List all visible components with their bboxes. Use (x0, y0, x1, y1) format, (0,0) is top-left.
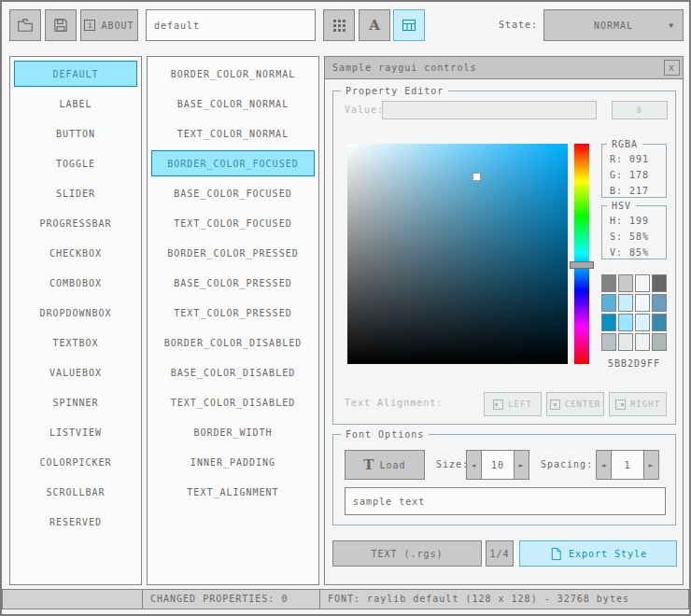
align-right-icon (615, 399, 626, 410)
control-list-item[interactable]: RESERVED (14, 509, 137, 535)
chevron-down-icon: ▼ (669, 21, 674, 30)
property-list-item[interactable]: BORDER_COLOR_PRESSED (151, 240, 315, 266)
state-dropdown[interactable]: NORMAL ▼ (543, 9, 684, 41)
size-decrease-button[interactable]: ◄ (466, 450, 482, 480)
font-load-button[interactable]: T Load (345, 450, 425, 480)
property-list-item[interactable]: BASE_COLOR_PRESSED (151, 270, 315, 296)
align-left-button[interactable]: LEFT (484, 392, 542, 416)
property-list-item[interactable]: TEXT_ALIGNMENT (151, 479, 315, 505)
property-list-item[interactable]: BASE_COLOR_FOCUSED (151, 180, 315, 206)
align-center-icon (550, 399, 560, 410)
align-center-button[interactable]: CENTER (546, 392, 604, 416)
control-list-item[interactable]: LISTVIEW (14, 419, 137, 445)
property-editor-group-label: Property Editor (341, 85, 448, 97)
property-list-item[interactable]: TEXT_COLOR_NORMAL (151, 120, 315, 147)
palette-grid-button[interactable] (323, 9, 355, 41)
about-button[interactable]: i ABOUT (80, 9, 138, 41)
property-list-item[interactable]: INNER_PADDING (151, 449, 315, 475)
color-picker-cursor[interactable] (472, 173, 481, 181)
close-button[interactable]: x (664, 60, 680, 76)
left-arrow-icon: ◄ (472, 461, 477, 469)
property-list-item[interactable]: TEXT_COLOR_PRESSED (151, 300, 315, 326)
color-swatch[interactable] (618, 294, 633, 312)
font-tool-button[interactable]: A (359, 9, 390, 41)
style-name-input[interactable] (146, 9, 316, 41)
spacing-increase-button[interactable]: ► (643, 450, 659, 480)
color-swatch[interactable] (618, 314, 633, 331)
property-list-item[interactable]: BASE_COLOR_DISABLED (151, 359, 315, 385)
control-list-item[interactable]: SLIDER (14, 180, 137, 206)
property-list-item[interactable]: TEXT_COLOR_FOCUSED (151, 210, 315, 236)
color-swatch[interactable] (618, 274, 633, 292)
statusbar-font-info: FONT: raylib default (128 x 128) - 32768… (319, 589, 689, 609)
hsv-v-value: V: 85% (610, 246, 666, 259)
control-list-item[interactable]: LABEL (14, 91, 137, 117)
export-text-rgs-button[interactable]: TEXT (.rgs) (332, 540, 482, 567)
control-list-item[interactable]: DROPDOWNBOX (14, 300, 137, 326)
hex-color-value[interactable]: 5BB2D9FF (601, 358, 667, 369)
style-table-button[interactable] (393, 9, 425, 41)
property-list-item[interactable]: BORDER_COLOR_NORMAL (151, 61, 315, 87)
control-list-item[interactable]: COMBOBOX (14, 270, 137, 296)
rgba-group-label: RGBA (607, 138, 642, 150)
color-swatch[interactable] (652, 333, 667, 351)
color-swatch[interactable] (652, 314, 667, 331)
control-list-item[interactable]: TOGGLE (14, 150, 137, 176)
save-file-button[interactable] (45, 9, 77, 41)
sample-text-input[interactable]: sample text (345, 487, 666, 515)
rgba-group: RGBA R: 091 G: 178 B: 217 (601, 144, 667, 198)
color-swatch[interactable] (635, 314, 650, 331)
statusbar-left (2, 589, 143, 609)
property-list-item[interactable]: BORDER_COLOR_FOCUSED (151, 150, 315, 176)
size-value-box[interactable]: 10 (481, 450, 515, 480)
grid-icon (331, 18, 346, 33)
control-list-item[interactable]: TEXTBOX (14, 329, 137, 356)
value-label: Value: (345, 105, 384, 115)
left-arrow-icon: ◄ (601, 461, 607, 469)
state-label: State: (497, 9, 538, 41)
color-swatch[interactable] (635, 333, 650, 351)
color-swatch[interactable] (618, 333, 633, 351)
property-list-item[interactable]: TEXT_COLOR_DISABLED (151, 389, 315, 415)
control-list-item[interactable]: SPINNER (14, 389, 137, 415)
spacing-decrease-button[interactable]: ◄ (596, 450, 612, 480)
style-table-icon (402, 18, 416, 33)
color-saturation-value-panel[interactable] (347, 144, 568, 364)
property-list-item[interactable]: BORDER_WIDTH (151, 419, 315, 445)
window-titlebar[interactable]: Sample raygui controls x (325, 57, 683, 79)
align-left-icon (493, 399, 503, 410)
control-list-item[interactable]: CHECKBOX (14, 240, 137, 266)
align-right-button[interactable]: RIGHT (609, 392, 667, 416)
value-edit-button[interactable]: 0 (612, 101, 668, 119)
hue-slider-handle[interactable] (570, 261, 594, 269)
color-swatch[interactable] (601, 333, 616, 351)
font-options-group: Font Options T Load Size: ◄ 10 ► Spacing… (332, 434, 676, 525)
hsv-group: HSV H: 199 S: 58% V: 85% (601, 205, 667, 259)
export-style-button[interactable]: Export Style (519, 540, 677, 567)
color-swatch[interactable] (635, 274, 650, 292)
font-options-group-label: Font Options (341, 428, 429, 441)
property-list-item[interactable]: BASE_COLOR_NORMAL (151, 91, 315, 117)
color-swatch[interactable] (601, 274, 616, 292)
control-list-item[interactable]: DEFAULT (14, 61, 137, 87)
size-increase-button[interactable]: ► (514, 450, 529, 480)
control-list-item[interactable]: PROGRESSBAR (14, 210, 137, 236)
format-counter-button[interactable]: 1/4 (486, 540, 514, 567)
control-list-item[interactable]: VALUEBOX (14, 359, 137, 385)
value-input[interactable] (382, 101, 597, 119)
control-list-item[interactable]: SCROLLBAR (14, 479, 137, 505)
color-swatch[interactable] (601, 294, 616, 312)
control-list-item[interactable]: BUTTON (14, 120, 137, 147)
color-swatch[interactable] (635, 294, 650, 312)
color-swatch[interactable] (652, 294, 667, 312)
export-file-icon (549, 547, 563, 561)
rguistyler-window: i ABOUT A State: NORMAL ▼ DEFAULTLABELBU… (0, 0, 691, 616)
control-list-item[interactable]: COLORPICKER (14, 449, 137, 475)
property-list-item[interactable]: BORDER_COLOR_DISABLED (151, 329, 315, 356)
load-file-button[interactable] (9, 9, 41, 41)
color-swatch[interactable] (652, 274, 667, 292)
close-icon: x (669, 57, 675, 78)
hue-bar[interactable] (574, 144, 589, 364)
spacing-value-box[interactable]: 1 (611, 450, 644, 480)
color-swatch[interactable] (601, 314, 616, 331)
